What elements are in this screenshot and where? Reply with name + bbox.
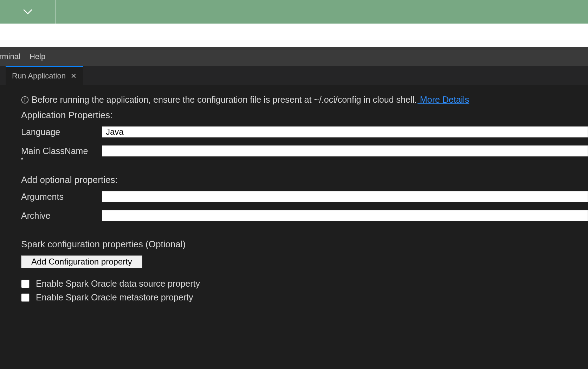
application-properties-header: Application Properties: bbox=[21, 110, 588, 121]
more-details-link[interactable]: More Details bbox=[418, 95, 469, 104]
info-message: Before running the application, ensure t… bbox=[32, 95, 417, 104]
close-icon[interactable]: ✕ bbox=[71, 72, 77, 80]
language-row: Language bbox=[21, 126, 588, 138]
content-panel: Before running the application, ensure t… bbox=[0, 85, 588, 303]
spark-datasource-label: Enable Spark Oracle data source property bbox=[36, 279, 200, 289]
top-dropdown-toggle[interactable] bbox=[0, 0, 56, 24]
arguments-input[interactable] bbox=[102, 191, 588, 202]
spark-config-header: Spark configuration properties (Optional… bbox=[21, 239, 588, 250]
spark-datasource-checkbox-row: Enable Spark Oracle data source property bbox=[21, 279, 588, 289]
spark-metastore-checkbox-row: Enable Spark Oracle metastore property bbox=[21, 292, 588, 303]
info-icon bbox=[21, 96, 29, 104]
add-configuration-button[interactable]: Add Configuration property bbox=[21, 255, 142, 268]
chevron-down-icon bbox=[23, 9, 32, 15]
svg-rect-2 bbox=[25, 99, 25, 102]
archive-row: Archive bbox=[21, 210, 588, 221]
tab-label: Run Application bbox=[12, 71, 66, 81]
spark-metastore-checkbox[interactable] bbox=[21, 293, 30, 302]
required-marker: * bbox=[21, 157, 102, 163]
arguments-label: Arguments bbox=[21, 191, 102, 202]
menu-terminal[interactable]: rminal bbox=[0, 52, 20, 61]
main-classname-row: Main ClassName * bbox=[21, 145, 588, 163]
spark-metastore-label: Enable Spark Oracle metastore property bbox=[36, 292, 193, 303]
arguments-row: Arguments bbox=[21, 191, 588, 202]
menu-help[interactable]: Help bbox=[30, 52, 45, 61]
spark-datasource-checkbox[interactable] bbox=[21, 280, 30, 288]
language-label: Language bbox=[21, 126, 102, 137]
main-classname-input[interactable] bbox=[102, 145, 588, 157]
tab-bar: Run Application ✕ bbox=[0, 66, 588, 85]
archive-label: Archive bbox=[21, 210, 102, 221]
info-banner: Before running the application, ensure t… bbox=[21, 95, 588, 105]
svg-point-1 bbox=[25, 97, 26, 98]
main-classname-label: Main ClassName * bbox=[21, 145, 102, 163]
language-select[interactable] bbox=[102, 126, 588, 138]
top-green-bar bbox=[0, 0, 588, 24]
white-header-strip bbox=[0, 24, 588, 47]
menu-bar: rminal Help bbox=[0, 47, 588, 66]
optional-properties-header: Add optional properties: bbox=[21, 174, 588, 185]
archive-input[interactable] bbox=[102, 210, 588, 221]
tab-run-application[interactable]: Run Application ✕ bbox=[6, 66, 83, 85]
